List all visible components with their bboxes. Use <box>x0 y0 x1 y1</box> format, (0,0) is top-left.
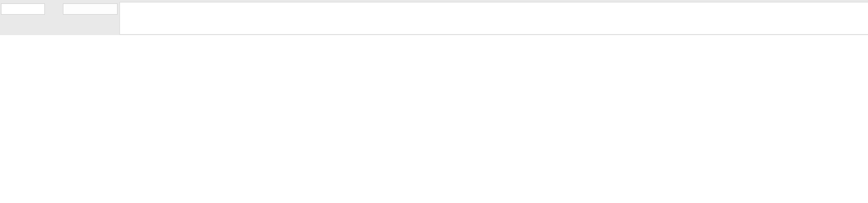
formula-buttons-panel <box>63 3 118 15</box>
sheet-grid <box>0 35 868 203</box>
spreadsheet-app <box>0 0 868 203</box>
name-box[interactable] <box>1 3 45 15</box>
formula-bar-area <box>0 0 868 35</box>
formula-input[interactable] <box>119 2 868 35</box>
